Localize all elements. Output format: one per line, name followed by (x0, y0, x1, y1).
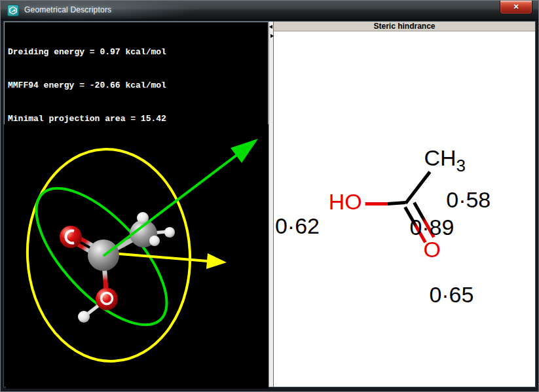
hydrogen-atom (78, 311, 90, 323)
atom-spheres (60, 212, 175, 323)
carbonyl-oxygen-label: O (423, 237, 440, 262)
descriptor-line: Minimal projection area = 15.42 (8, 113, 268, 124)
descriptor-line: Dreiding energy = 0.97 kcal/mol (8, 46, 268, 58)
window-content: Dreiding energy = 0.97 kcal/mol MMFF94 e… (3, 21, 536, 387)
collapse-right-icon[interactable] (270, 34, 274, 38)
hydrogen-atom (149, 236, 160, 246)
hydroxyl-label: HO (329, 189, 362, 214)
left-panel: Dreiding energy = 0.97 kcal/mol MMFF94 e… (4, 22, 269, 387)
steric-value-ho: 0·62 (275, 213, 320, 238)
methyl-label: CH3 (424, 145, 465, 175)
app-icon (7, 5, 19, 16)
hydroxyl-oxygen-atom (96, 288, 118, 310)
descriptor-line: MMFF94 energy = -20.66 kcal/mol (8, 80, 268, 91)
split-pane-divider[interactable] (269, 22, 273, 387)
yellow-axis-arrow (104, 253, 227, 269)
molecule-3d-viewer[interactable] (6, 124, 269, 389)
steric-value-oxygen: 0·65 (429, 282, 474, 307)
collapse-left-icon[interactable] (269, 25, 272, 29)
steric-hindrance-panel: Steric hindrance (273, 22, 535, 387)
hexagon-molecule-icon (9, 6, 18, 15)
carbonyl-oxygen-atom (60, 226, 82, 248)
descriptor-text-panel: Dreiding energy = 0.97 kcal/mol MMFF94 e… (4, 22, 269, 124)
molecule-2d-view[interactable]: HO CH3 O 0·58 0·62 0·89 0·65 (274, 31, 535, 387)
title-bar[interactable]: Geometrical Descriptors ✕ (1, 1, 538, 20)
steric-value-carbonyl: 0·89 (409, 215, 454, 240)
window-title: Geometrical Descriptors (24, 5, 111, 14)
panel-header: Steric hindrance (274, 22, 535, 31)
steric-value-ch3: 0·58 (446, 188, 491, 213)
green-axis-arrow (103, 139, 258, 256)
geometrical-descriptors-window: Geometrical Descriptors ✕ Dreiding energ… (0, 0, 539, 392)
close-button[interactable]: ✕ (500, 1, 532, 14)
hydrogen-atom (164, 227, 175, 238)
